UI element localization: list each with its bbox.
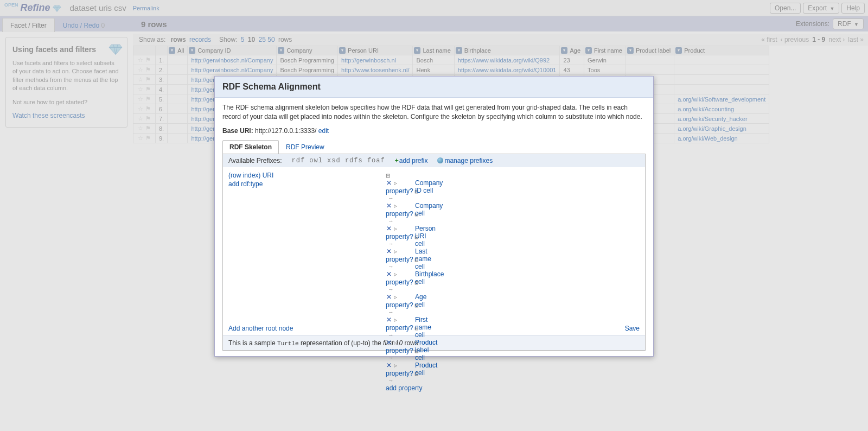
property-row: ✕▹Birthplace cell — [386, 270, 422, 278]
dialog-body: The RDF schema alignment skeleton below … — [215, 98, 653, 356]
arrow-icon: ▹ — [392, 362, 399, 369]
modal-overlay: RDF Schema Alignment The RDF schema alig… — [0, 0, 868, 431]
down-arrow-icon: → — [388, 286, 422, 293]
row-index-uri-link[interactable]: (row index) URI — [228, 172, 273, 179]
remove-icon[interactable]: ✕ — [386, 362, 392, 369]
cell-target-link[interactable]: Age cell — [415, 293, 426, 308]
collapse-icon[interactable]: ⊟ — [386, 172, 422, 179]
cell-target-link[interactable]: Birthplace cell — [415, 270, 444, 286]
skeleton-pane: Available Prefixes: rdf owl xsd rdfs foa… — [222, 154, 646, 351]
add-rdf-type-link[interactable]: add rdf:type — [228, 180, 273, 188]
tab-preview[interactable]: RDF Preview — [279, 140, 331, 154]
base-uri-edit[interactable]: edit — [318, 127, 329, 135]
cell-target-link[interactable]: Product label cell — [415, 339, 437, 362]
globe-icon — [437, 157, 443, 163]
remove-icon[interactable]: ✕ — [386, 270, 392, 278]
prefixes-label: Available Prefixes: — [228, 157, 282, 164]
cell-target-link[interactable]: Person URI cell — [415, 225, 436, 248]
add-root-node-link[interactable]: Add another root node — [228, 325, 293, 332]
arrow-icon: ▹ — [392, 339, 399, 346]
remove-icon[interactable]: ✕ — [386, 225, 392, 232]
property-row: ✕▹Product label cell — [386, 339, 422, 346]
sample-text-1: This is a sample — [228, 339, 277, 347]
dialog-title: RDF Schema Alignment — [215, 77, 653, 98]
prefix-bar: Available Prefixes: rdf owl xsd rdfs foa… — [223, 154, 645, 167]
property-row: ✕▹Age cell — [386, 293, 422, 301]
base-uri-label: Base URI: — [222, 127, 253, 135]
dialog-tabs: RDF Skeleton RDF Preview — [222, 140, 646, 154]
remove-icon[interactable]: ✕ — [386, 339, 392, 346]
tree-area: (row index) URI add rdf:type ⊟✕▹Company … — [223, 167, 645, 335]
cell-target-link[interactable]: Last name cell — [415, 248, 431, 270]
property-row: ✕▹Last name cell — [386, 248, 422, 255]
property-row: ✕▹Company ID cell — [386, 179, 422, 187]
property-row: ✕▹Product cell — [386, 362, 422, 369]
arrow-icon: ▹ — [392, 316, 399, 324]
property-row: ✕▹First name cell — [386, 316, 422, 324]
plus-icon: + — [395, 157, 399, 164]
prefixes-list: rdf owl xsd rdfs foaf — [292, 157, 385, 164]
footer-row: Add another root node Save — [228, 325, 640, 332]
remove-icon[interactable]: ✕ — [386, 316, 392, 324]
add-prefix-link[interactable]: +add prefix — [395, 157, 428, 164]
down-arrow-icon: → — [388, 195, 422, 201]
base-uri-value: http://127.0.0.1:3333/ — [255, 127, 316, 135]
tab-skeleton[interactable]: RDF Skeleton — [222, 140, 279, 154]
down-arrow-icon: → — [388, 218, 422, 224]
arrow-icon: ▹ — [392, 293, 399, 301]
property-row: ✕▹Person URI cell — [386, 225, 422, 232]
save-link[interactable]: Save — [625, 325, 640, 332]
properties-column: ⊟✕▹Company ID cellproperty?⊟→✕▹Company c… — [386, 172, 422, 392]
arrow-icon: ▹ — [392, 225, 399, 232]
remove-icon[interactable]: ✕ — [386, 179, 392, 187]
arrow-icon: ▹ — [392, 270, 399, 278]
remove-icon[interactable]: ✕ — [386, 248, 392, 255]
arrow-icon: ▹ — [392, 248, 399, 255]
cell-target-link[interactable]: Company cell — [415, 202, 443, 217]
manage-prefixes-link[interactable]: manage prefixes — [437, 157, 493, 164]
rdf-schema-dialog: RDF Schema Alignment The RDF schema alig… — [214, 76, 654, 357]
remove-icon[interactable]: ✕ — [386, 202, 392, 210]
down-arrow-icon: → — [388, 377, 422, 384]
down-arrow-icon: → — [388, 309, 422, 315]
dialog-intro: The RDF schema alignment skeleton below … — [222, 103, 646, 122]
property-row: ✕▹Company cell — [386, 202, 422, 210]
arrow-icon: ▹ — [392, 202, 399, 210]
cell-target-link[interactable]: Product cell — [415, 362, 437, 377]
remove-icon[interactable]: ✕ — [386, 293, 392, 301]
root-column: (row index) URI add rdf:type — [228, 172, 273, 189]
arrow-icon: ▹ — [392, 179, 399, 187]
base-uri-line: Base URI: http://127.0.0.1:3333/ edit — [222, 127, 646, 135]
sample-text-2: representation of (up-to) the — [299, 339, 383, 347]
add-property-link[interactable]: add property — [386, 384, 422, 392]
sample-code: Turtle — [277, 340, 299, 347]
cell-target-link[interactable]: Company ID cell — [415, 179, 443, 194]
